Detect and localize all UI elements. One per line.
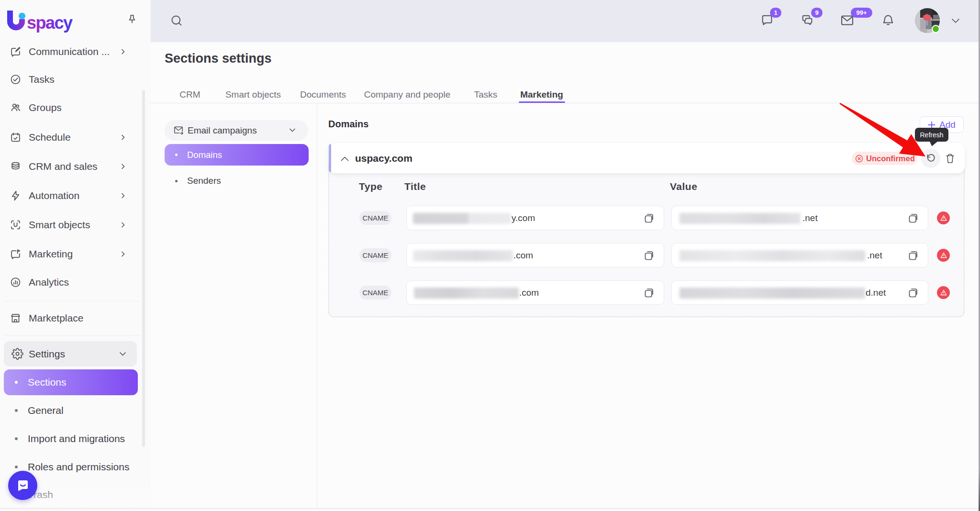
- svg-text:spacy: spacy: [27, 13, 73, 33]
